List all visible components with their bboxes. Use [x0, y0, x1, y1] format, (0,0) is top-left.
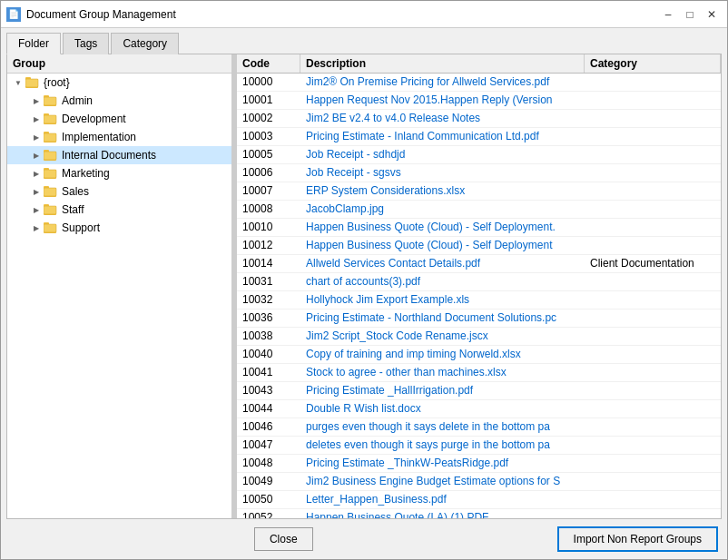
- tree-area[interactable]: {root} Admin: [7, 74, 231, 518]
- cell-code: 10040: [237, 346, 300, 363]
- svg-rect-17: [44, 170, 56, 178]
- cell-description: chart of accounts(3).pdf: [300, 273, 585, 290]
- tree-item-internal-docs[interactable]: Internal Documents: [7, 146, 231, 164]
- expand-development[interactable]: [29, 112, 44, 126]
- table-row[interactable]: 10006Job Receipt - sgsvs: [237, 164, 721, 182]
- table-row[interactable]: 10008JacobClamp.jpg: [237, 201, 721, 219]
- tree-item-implementation[interactable]: Implementation: [7, 128, 231, 146]
- tree-item-development[interactable]: Development: [7, 110, 231, 128]
- tab-tags[interactable]: Tags: [63, 33, 109, 54]
- expand-implementation[interactable]: [29, 130, 44, 144]
- table-row[interactable]: 10047deletes even though it says purge i…: [237, 437, 721, 455]
- table-row[interactable]: 10003Pricing Estimate - Inland Communica…: [237, 128, 721, 146]
- table-row[interactable]: 10048Pricing Estimate _ThinkW-PeatsRidge…: [237, 455, 721, 473]
- table-body[interactable]: 10000Jim2® On Premise Pricing for Allwel…: [237, 74, 721, 518]
- cell-code: 10038: [237, 328, 300, 345]
- table-row[interactable]: 10002Jim2 BE v2.4 to v4.0 Release Notes: [237, 110, 721, 128]
- cell-category: [585, 128, 721, 145]
- bottom-bar: Close Import Non Report Groups: [1, 519, 727, 559]
- expand-marketing[interactable]: [29, 166, 44, 181]
- cell-description: JacobClamp.jpg: [300, 201, 585, 218]
- tab-folder[interactable]: Folder: [6, 33, 61, 54]
- tree-item-support[interactable]: Support: [7, 219, 231, 237]
- table-row[interactable]: 10001Happen Request Nov 2015.Happen Repl…: [237, 92, 721, 110]
- cell-category: [585, 110, 721, 127]
- maximize-button[interactable]: □: [680, 5, 700, 25]
- svg-rect-2: [25, 79, 38, 87]
- table-row[interactable]: 10050Letter_Happen_Business.pdf: [237, 491, 721, 509]
- tree-label-admin: Admin: [62, 94, 93, 107]
- cell-category: [585, 219, 721, 236]
- cell-description: Jim2® On Premise Pricing for Allweld Ser…: [300, 74, 585, 91]
- cell-code: 10050: [237, 491, 300, 508]
- import-button[interactable]: Import Non Report Groups: [557, 526, 718, 552]
- tree-item-sales[interactable]: Sales: [7, 182, 231, 201]
- table-row[interactable]: 10049Jim2 Business Engine Budget Estimat…: [237, 473, 721, 491]
- title-bar-left: 📄 Document Group Management: [6, 7, 176, 22]
- table-row[interactable]: 10043Pricing Estimate _HallIrrigation.pd…: [237, 382, 721, 400]
- close-window-button[interactable]: ✕: [702, 5, 722, 25]
- cell-category: [585, 491, 721, 508]
- cell-description: Pricing Estimate - Inland Communication …: [300, 128, 585, 145]
- tree-label-marketing: Marketing: [62, 167, 110, 180]
- cell-code: 10008: [237, 201, 300, 218]
- tree-label-internal-docs: Internal Documents: [62, 149, 156, 162]
- col-header-code[interactable]: Code: [237, 54, 300, 73]
- table-row[interactable]: 10036Pricing Estimate - Northland Docume…: [237, 309, 721, 328]
- cell-description: Job Receipt - sgsvs: [300, 164, 585, 182]
- table-row[interactable]: 10041Stock to agree - other than machine…: [237, 364, 721, 382]
- cell-category: [585, 237, 721, 254]
- expand-admin[interactable]: [29, 93, 44, 108]
- expand-staff[interactable]: [29, 202, 44, 217]
- cell-description: Happen Business Quote (Cloud) - Self Dep…: [300, 219, 585, 236]
- minimize-button[interactable]: –: [658, 5, 678, 25]
- table-row[interactable]: 10014Allweld Services Contact Details.pd…: [237, 255, 721, 273]
- table-row[interactable]: 10012Happen Business Quote (Cloud) - Sel…: [237, 237, 721, 255]
- cell-code: 10014: [237, 255, 300, 272]
- table-row[interactable]: 10010Happen Business Quote (Cloud) - Sel…: [237, 219, 721, 237]
- tree-label-staff: Staff: [62, 203, 84, 216]
- cell-description: Copy of training and imp timing Norweld.…: [300, 346, 585, 363]
- folder-icon-support: [44, 221, 58, 234]
- col-header-category[interactable]: Category: [585, 54, 721, 73]
- expand-root[interactable]: [11, 75, 25, 90]
- main-window: 📄 Document Group Management – □ ✕ Folder…: [0, 0, 728, 560]
- tab-category[interactable]: Category: [111, 33, 179, 54]
- cell-category: Client Documentation: [585, 255, 721, 272]
- expand-internal-docs[interactable]: [29, 148, 44, 162]
- expand-sales[interactable]: [29, 184, 44, 199]
- table-row[interactable]: 10032Hollyhock Jim Export Example.xls: [237, 291, 721, 309]
- table-row[interactable]: 10046purges even though it says delete i…: [237, 418, 721, 437]
- close-button[interactable]: Close: [254, 527, 313, 551]
- cell-code: 10007: [237, 182, 300, 200]
- folder-icon-marketing: [44, 167, 58, 180]
- col-header-description[interactable]: Description: [300, 54, 585, 73]
- table-row[interactable]: 10038Jim2 Script_Stock Code Rename.jscx: [237, 328, 721, 346]
- cell-description: ERP System Considerations.xlsx: [300, 182, 585, 200]
- table-row[interactable]: 10040Copy of training and imp timing Nor…: [237, 346, 721, 364]
- cell-description: Double R Wish list.docx: [300, 400, 585, 418]
- table-row[interactable]: 10007ERP System Considerations.xlsx: [237, 182, 721, 201]
- table-row[interactable]: 10031chart of accounts(3).pdf: [237, 273, 721, 291]
- tree-item-marketing[interactable]: Marketing: [7, 164, 231, 182]
- folder-icon-sales: [44, 185, 58, 198]
- tree-item-admin[interactable]: Admin: [7, 92, 231, 110]
- cell-description: Job Receipt - sdhdjd: [300, 146, 585, 163]
- tree-item-root[interactable]: {root}: [7, 74, 231, 92]
- left-panel: Group {root}: [7, 54, 234, 518]
- title-controls: – □ ✕: [658, 5, 722, 25]
- table-row[interactable]: 10044Double R Wish list.docx: [237, 400, 721, 418]
- expand-support[interactable]: [29, 221, 44, 235]
- cell-description: Pricing Estimate _ThinkW-PeatsRidge.pdf: [300, 455, 585, 472]
- svg-rect-11: [44, 133, 56, 142]
- table-row[interactable]: 10005Job Receipt - sdhdjd: [237, 146, 721, 164]
- cell-code: 10036: [237, 309, 300, 327]
- cell-category: [585, 146, 721, 163]
- cell-category: [585, 382, 721, 399]
- table-row[interactable]: 10000Jim2® On Premise Pricing for Allwel…: [237, 74, 721, 92]
- tree-item-staff[interactable]: Staff: [7, 201, 231, 219]
- table-row[interactable]: 10052Happen Business Quote (LA) (1).PDF: [237, 509, 721, 518]
- right-panel: Code Description Category 10000Jim2® On …: [237, 54, 721, 518]
- tabs-bar: Folder Tags Category: [1, 28, 727, 54]
- cell-code: 10006: [237, 164, 300, 182]
